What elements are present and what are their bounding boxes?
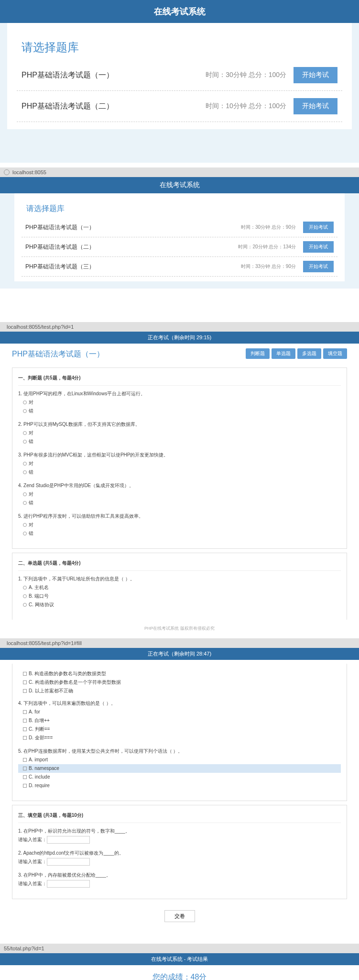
question: 3. PHP有很多流行的MVC框架，这些框架可以使PHP的开发更加快捷。 对 错 xyxy=(18,451,341,477)
option-a[interactable]: A. for xyxy=(18,708,341,716)
start-exam-button[interactable]: 开始考试 xyxy=(294,98,337,114)
question-text: 2. PHP可以支持MySQL数据库，但不支持其它的数据库。 xyxy=(18,420,341,429)
reload-icon[interactable] xyxy=(4,169,10,175)
exam-name: PHP基础语法考试题（一） xyxy=(22,70,206,80)
radio-icon xyxy=(23,440,27,444)
start-exam-button[interactable]: 开始考试 xyxy=(303,241,334,253)
browser-url-bar: localhost:8055/test.php?id=1 xyxy=(0,322,359,332)
screen-2-exam-selection-v2: localhost:8055 在线考试系统 请选择题库 PHP基础语法考试题（一… xyxy=(0,167,359,289)
option-d[interactable]: D. require xyxy=(18,781,341,790)
option-c[interactable]: C. 构造函数的参数名是一个字符串类型数据 xyxy=(18,678,341,687)
question: 2. PHP可以支持MySQL数据库，但不支持其它的数据库。 对 错 xyxy=(18,420,341,446)
option-yes[interactable]: 对 xyxy=(18,429,341,437)
submit-exam-button[interactable]: 交卷 xyxy=(164,910,195,922)
option-no[interactable]: 错 xyxy=(18,529,341,538)
option-b[interactable]: B. 自增++ xyxy=(18,716,341,725)
browser-url-bar: 55/total.php?id=1 xyxy=(0,944,359,953)
nav-pill-judge[interactable]: 判断题 xyxy=(246,348,270,359)
option-a[interactable]: A. import xyxy=(18,756,341,764)
screen-4-exam-taking-lower: localhost:8055/test.php?id=1#fill 正在考试（剩… xyxy=(0,638,359,929)
app-header: 在线考试系统 xyxy=(0,0,359,23)
multi-choice-box: B. 构造函数的参数名与类的数据类型 C. 构造函数的参数名是一个字符串类型数据… xyxy=(12,664,347,801)
exam-header-timer: 正在考试（剩余时间 28:47) xyxy=(0,648,359,660)
exam-name: PHP基础语法考试题（三） xyxy=(25,263,241,271)
checkbox-icon xyxy=(23,736,27,740)
result-header: 在线考试系统 - 考试结果 xyxy=(0,953,359,965)
checkbox-icon xyxy=(23,689,27,693)
option-yes[interactable]: 对 xyxy=(18,521,341,529)
question-text: 1. 在PHP中，标识符允许出现的符号，数字和____。 xyxy=(18,827,341,835)
section-title: 三、填空题 (共3题，每题10分) xyxy=(18,811,341,823)
fill-answer-input[interactable] xyxy=(47,880,90,888)
input-label: 请输入答案： xyxy=(18,881,47,886)
app-header: 在线考试系统 xyxy=(0,177,359,193)
exam-header-timer: 正在考试（剩余时间 29:15) xyxy=(0,332,359,344)
single-choice-box: 二、单选题 (共5题，每题4分) 1. 下列选项中，不属于URL地址所包含的信息… xyxy=(12,553,347,620)
question: 5. 进行PHP程序开发时，可以借助软件和工具来提高效率。 对 错 xyxy=(18,512,341,538)
checkbox-icon xyxy=(23,767,27,770)
question: 3. 在PHP中，内存能被最优化分配给____。 请输入答案： xyxy=(18,871,341,888)
fill-answer-input[interactable] xyxy=(47,858,90,866)
radio-icon xyxy=(23,409,27,413)
checkbox-icon xyxy=(23,672,27,676)
url-text: localhost:8055/test.php?id=1#fill xyxy=(7,640,82,646)
option-c[interactable]: C. include xyxy=(18,773,341,781)
checkbox-icon xyxy=(23,710,27,714)
option-no[interactable]: 错 xyxy=(18,407,341,415)
option-b[interactable]: B. 端口号 xyxy=(18,592,341,601)
option-b[interactable]: B. namespace xyxy=(18,764,341,773)
start-exam-button[interactable]: 开始考试 xyxy=(303,222,334,233)
radio-icon xyxy=(23,462,27,466)
nav-pill-single[interactable]: 单选题 xyxy=(272,348,295,359)
option-b[interactable]: B. 构造函数的参数名与类的数据类型 xyxy=(18,669,341,678)
nav-pill-multi[interactable]: 多选题 xyxy=(297,348,321,359)
question: 1. 在PHP中，标识符允许出现的符号，数字和____。 请输入答案： xyxy=(18,827,341,844)
question-text: 2. Apache的httpd.conf文件可以被修改为____的。 xyxy=(18,849,341,858)
option-a[interactable]: A. 主机名 xyxy=(18,583,341,592)
nav-pill-fill[interactable]: 填空题 xyxy=(323,348,347,359)
url-text: localhost:8055 xyxy=(12,169,46,175)
exam-row: PHP基础语法考试题（三） 时间：33分钟 总分：90分 开始考试 xyxy=(22,257,337,277)
footer-hint: PHP在线考试系统 版权所有侵权必究 xyxy=(12,624,347,634)
radio-icon xyxy=(23,492,27,496)
option-c[interactable]: C. 网络协议 xyxy=(18,601,341,609)
exam-title: PHP基础语法考试题（一） xyxy=(12,344,104,363)
exam-row: PHP基础语法考试题（二） 时间：10分钟 总分：100分 开始考试 xyxy=(17,91,342,122)
exam-meta: 时间：10分钟 总分：100分 xyxy=(206,102,286,111)
input-label: 请输入答案： xyxy=(18,837,47,842)
select-title: 请选择题库 xyxy=(17,30,342,60)
exam-meta: 时间：30分钟 总分：90分 xyxy=(241,224,296,231)
question: 1. 下列选项中，不属于URL地址所包含的信息是（ ）。 A. 主机名 B. 端… xyxy=(18,575,341,609)
url-text: localhost:8055/test.php?id=1 xyxy=(7,324,74,330)
option-yes[interactable]: 对 xyxy=(18,398,341,407)
option-d[interactable]: D. 全部=== xyxy=(18,734,341,742)
checkbox-icon xyxy=(23,758,27,762)
question: 4. Zend Studio是PHP中常用的IDE（集成开发环境）。 对 错 xyxy=(18,481,341,507)
exam-name: PHP基础语法考试题（二） xyxy=(22,101,206,111)
question-text: 5. 进行PHP程序开发时，可以借助软件和工具来提高效率。 xyxy=(18,512,341,521)
option-no[interactable]: 错 xyxy=(18,499,341,507)
start-exam-button[interactable]: 开始考试 xyxy=(303,261,334,272)
radio-icon xyxy=(23,523,27,527)
score-display: 您的成绩：48分 xyxy=(29,965,330,980)
option-d[interactable]: D. 以上答案都不正确 xyxy=(18,687,341,695)
start-exam-button[interactable]: 开始考试 xyxy=(294,67,337,83)
option-no[interactable]: 错 xyxy=(18,437,341,446)
fill-answer-input[interactable] xyxy=(47,836,90,844)
browser-url-bar: localhost:8055 xyxy=(0,167,359,177)
section-title: 二、单选题 (共5题，每题4分) xyxy=(18,559,341,571)
checkbox-icon xyxy=(23,775,27,779)
option-no[interactable]: 错 xyxy=(18,468,341,477)
question: 1. 使用PHP写的程序，在Linux和Windows平台上都可运行。 对 错 xyxy=(18,390,341,415)
option-yes[interactable]: 对 xyxy=(18,490,341,499)
exam-row: PHP基础语法考试题（一） 时间：30分钟 总分：100分 开始考试 xyxy=(17,60,342,91)
judge-questions-box: 一、判断题 (共5题，每题4分) 1. 使用PHP写的程序，在Linux和Win… xyxy=(12,368,347,549)
screen-3-exam-taking: localhost:8055/test.php?id=1 正在考试（剩余时间 2… xyxy=(0,322,359,634)
question-text: 5. 在PHP连接数据库时，使用某大型公共文件时，可以使用下列个语法（ ）。 xyxy=(18,747,341,756)
question-type-nav: 判断题 单选题 多选题 填空题 xyxy=(246,344,347,364)
radio-icon xyxy=(23,603,27,607)
option-c[interactable]: C. 判断== xyxy=(18,725,341,734)
url-text: 55/total.php?id=1 xyxy=(4,946,44,951)
option-yes[interactable]: 对 xyxy=(18,459,341,468)
exam-row: PHP基础语法考试题（一） 时间：30分钟 总分：90分 开始考试 xyxy=(22,218,337,237)
